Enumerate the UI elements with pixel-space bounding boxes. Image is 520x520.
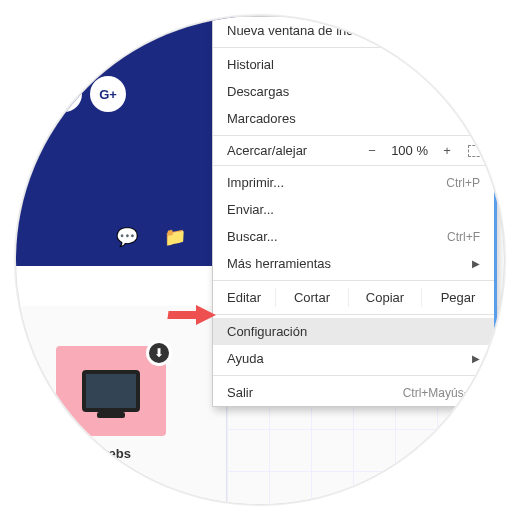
menu-edit-label: Editar [213,288,275,307]
menu-settings-label: Configuración [227,324,480,339]
menu-print[interactable]: Imprimir...Ctrl+P [213,169,494,196]
copy-button[interactable]: Copiar [348,288,421,307]
article-card[interactable]: ⬇ [56,346,166,436]
menu-separator [213,47,494,48]
article-caption: r en webs [71,446,131,461]
menu-more-tools[interactable]: Más herramientas▶ [213,250,494,277]
annotation-arrow-icon [166,301,216,331]
paste-button[interactable]: Pegar [421,288,494,307]
twitter-label: t [62,87,66,102]
social-row: t G+ [46,76,126,112]
zoom-label: Acercar/alejar [223,143,357,158]
menu-more-tools-label: Más herramientas [227,256,472,271]
menu-find[interactable]: Buscar...Ctrl+F [213,223,494,250]
menu-separator [213,375,494,376]
menu-print-label: Imprimir... [227,175,446,190]
twitter-icon[interactable]: t [46,76,82,112]
menu-settings[interactable]: Configuración [213,318,494,345]
menu-print-shortcut: Ctrl+P [446,176,480,190]
chevron-right-icon: ▶ [472,353,480,364]
chevron-right-icon: ▶ [472,113,480,124]
zoom-out-button[interactable]: − [363,143,381,158]
chrome-context-menu: Nueva ventana de incog Historial▶ Descar… [212,16,497,407]
menu-separator [213,314,494,315]
chat-icon[interactable]: 💬 [116,226,138,248]
menu-help[interactable]: Ayuda▶ [213,345,494,372]
gplus-icon[interactable]: G+ [90,76,126,112]
menu-send-label: Enviar... [227,202,480,217]
monitor-icon [82,370,140,412]
menu-find-label: Buscar... [227,229,447,244]
zoom-value: 100 % [387,143,432,158]
menu-history-label: Historial [227,57,472,72]
menu-exit-shortcut: Ctrl+Mayús+Q [403,386,480,400]
menu-separator [213,135,494,136]
cut-button[interactable]: Cortar [275,288,348,307]
menu-exit-label: Salir [227,385,403,400]
gplus-label: G+ [99,87,117,102]
menu-bookmarks-label: Marcadores [227,111,472,126]
zoom-in-button[interactable]: + [438,143,456,158]
menu-separator [213,280,494,281]
menu-help-label: Ayuda [227,351,472,366]
menu-downloads[interactable]: Descargas [213,78,494,105]
folder-icon[interactable]: 📁 [164,226,186,248]
fullscreen-icon[interactable] [468,145,484,157]
download-badge-icon: ⬇ [146,340,172,366]
menu-history[interactable]: Historial▶ [213,51,494,78]
menu-separator [213,165,494,166]
menu-send[interactable]: Enviar... [213,196,494,223]
chevron-right-icon: ▶ [472,258,480,269]
partial-text: C [486,86,496,102]
menu-bookmarks[interactable]: Marcadores▶ [213,105,494,132]
menu-incognito-label: Nueva ventana de incog [227,23,480,38]
menu-exit[interactable]: SalirCtrl+Mayús+Q [213,379,494,406]
menu-find-shortcut: Ctrl+F [447,230,480,244]
menu-edit-row: Editar Cortar Copiar Pegar [213,284,494,311]
menu-incognito[interactable]: Nueva ventana de incog [213,17,494,44]
menu-zoom: Acercar/alejar − 100 % + [213,139,494,162]
chevron-right-icon: ▶ [472,59,480,70]
menu-downloads-label: Descargas [227,84,480,99]
